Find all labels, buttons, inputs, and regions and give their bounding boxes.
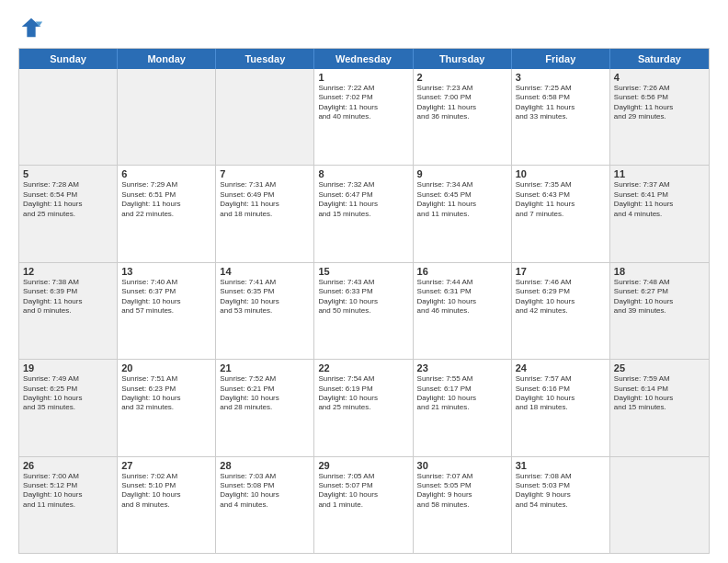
day-number: 2 <box>417 72 507 83</box>
calendar-day-14: 14Sunrise: 7:41 AM Sunset: 6:35 PM Dayli… <box>216 263 314 359</box>
day-info: Sunrise: 7:34 AM Sunset: 6:45 PM Dayligh… <box>417 180 507 219</box>
calendar-day-6: 6Sunrise: 7:29 AM Sunset: 6:51 PM Daylig… <box>118 166 216 261</box>
day-info: Sunrise: 7:07 AM Sunset: 5:05 PM Dayligh… <box>417 472 507 511</box>
day-info: Sunrise: 7:48 AM Sunset: 6:27 PM Dayligh… <box>614 278 705 316</box>
calendar-header: SundayMondayTuesdayWednesdayThursdayFrid… <box>19 49 709 69</box>
day-number: 28 <box>220 460 310 471</box>
calendar-day-17: 17Sunrise: 7:46 AM Sunset: 6:29 PM Dayli… <box>512 263 610 359</box>
calendar-row-4: 26Sunrise: 7:00 AM Sunset: 5:12 PM Dayli… <box>19 457 709 553</box>
day-info: Sunrise: 7:41 AM Sunset: 6:35 PM Dayligh… <box>220 278 310 316</box>
weekday-header-saturday: Saturday <box>610 49 709 69</box>
day-number: 29 <box>318 460 408 471</box>
day-info: Sunrise: 7:37 AM Sunset: 6:41 PM Dayligh… <box>614 180 705 219</box>
day-info: Sunrise: 7:03 AM Sunset: 5:08 PM Dayligh… <box>220 472 310 511</box>
day-number: 10 <box>516 168 606 179</box>
day-number: 1 <box>318 72 408 83</box>
calendar-day-1: 1Sunrise: 7:22 AM Sunset: 7:02 PM Daylig… <box>314 69 413 165</box>
day-number: 3 <box>516 72 606 83</box>
day-number: 9 <box>417 168 507 179</box>
day-number: 27 <box>121 460 211 471</box>
day-info: Sunrise: 7:57 AM Sunset: 6:16 PM Dayligh… <box>516 374 606 413</box>
day-info: Sunrise: 7:00 AM Sunset: 5:12 PM Dayligh… <box>23 472 113 511</box>
day-info: Sunrise: 7:38 AM Sunset: 6:39 PM Dayligh… <box>23 278 113 316</box>
calendar-day-10: 10Sunrise: 7:35 AM Sunset: 6:43 PM Dayli… <box>512 166 610 261</box>
calendar-day-15: 15Sunrise: 7:43 AM Sunset: 6:33 PM Dayli… <box>314 263 413 359</box>
calendar-empty-cell <box>216 69 314 165</box>
day-number: 17 <box>516 266 606 277</box>
calendar-day-5: 5Sunrise: 7:28 AM Sunset: 6:54 PM Daylig… <box>19 166 118 261</box>
calendar-empty-cell <box>610 457 709 553</box>
day-info: Sunrise: 7:51 AM Sunset: 6:23 PM Dayligh… <box>121 374 211 413</box>
day-info: Sunrise: 7:35 AM Sunset: 6:43 PM Dayligh… <box>516 180 606 219</box>
day-number: 19 <box>23 362 113 373</box>
day-number: 5 <box>23 168 113 179</box>
day-number: 26 <box>23 460 113 471</box>
calendar-day-27: 27Sunrise: 7:02 AM Sunset: 5:10 PM Dayli… <box>118 457 216 553</box>
day-info: Sunrise: 7:29 AM Sunset: 6:51 PM Dayligh… <box>121 180 211 219</box>
calendar-empty-cell <box>118 69 216 165</box>
day-info: Sunrise: 7:23 AM Sunset: 7:00 PM Dayligh… <box>417 84 507 122</box>
day-info: Sunrise: 7:05 AM Sunset: 5:07 PM Dayligh… <box>318 472 408 511</box>
calendar-day-19: 19Sunrise: 7:49 AM Sunset: 6:25 PM Dayli… <box>19 360 118 455</box>
day-info: Sunrise: 7:08 AM Sunset: 5:03 PM Dayligh… <box>516 472 606 511</box>
day-info: Sunrise: 7:26 AM Sunset: 6:56 PM Dayligh… <box>614 84 705 122</box>
day-number: 22 <box>318 362 408 373</box>
page: SundayMondayTuesdayWednesdayThursdayFrid… <box>0 0 728 563</box>
calendar-day-28: 28Sunrise: 7:03 AM Sunset: 5:08 PM Dayli… <box>216 457 314 553</box>
day-number: 30 <box>417 460 507 471</box>
day-number: 14 <box>220 266 310 277</box>
calendar-day-31: 31Sunrise: 7:08 AM Sunset: 5:03 PM Dayli… <box>512 457 610 553</box>
weekday-header-tuesday: Tuesday <box>216 49 314 69</box>
day-info: Sunrise: 7:25 AM Sunset: 6:58 PM Dayligh… <box>516 84 606 122</box>
calendar-day-11: 11Sunrise: 7:37 AM Sunset: 6:41 PM Dayli… <box>610 166 709 261</box>
day-info: Sunrise: 7:54 AM Sunset: 6:19 PM Dayligh… <box>318 374 408 413</box>
day-info: Sunrise: 7:43 AM Sunset: 6:33 PM Dayligh… <box>318 278 408 316</box>
calendar-row-1: 5Sunrise: 7:28 AM Sunset: 6:54 PM Daylig… <box>19 166 709 262</box>
day-number: 20 <box>121 362 211 373</box>
day-number: 18 <box>614 266 705 277</box>
calendar-day-2: 2Sunrise: 7:23 AM Sunset: 7:00 PM Daylig… <box>414 69 512 165</box>
calendar-day-23: 23Sunrise: 7:55 AM Sunset: 6:17 PM Dayli… <box>414 360 512 455</box>
day-number: 13 <box>121 266 211 277</box>
day-number: 23 <box>417 362 507 373</box>
day-info: Sunrise: 7:22 AM Sunset: 7:02 PM Dayligh… <box>318 84 408 122</box>
day-info: Sunrise: 7:49 AM Sunset: 6:25 PM Dayligh… <box>23 374 113 413</box>
calendar-day-16: 16Sunrise: 7:44 AM Sunset: 6:31 PM Dayli… <box>414 263 512 359</box>
weekday-header-monday: Monday <box>118 49 216 69</box>
calendar-day-4: 4Sunrise: 7:26 AM Sunset: 6:56 PM Daylig… <box>610 69 709 165</box>
logo-icon <box>18 15 44 40</box>
calendar-row-3: 19Sunrise: 7:49 AM Sunset: 6:25 PM Dayli… <box>19 360 709 456</box>
day-info: Sunrise: 7:52 AM Sunset: 6:21 PM Dayligh… <box>220 374 310 413</box>
calendar-day-12: 12Sunrise: 7:38 AM Sunset: 6:39 PM Dayli… <box>19 263 118 359</box>
day-number: 25 <box>614 362 705 373</box>
day-info: Sunrise: 7:55 AM Sunset: 6:17 PM Dayligh… <box>417 374 507 413</box>
day-info: Sunrise: 7:44 AM Sunset: 6:31 PM Dayligh… <box>417 278 507 316</box>
calendar-day-7: 7Sunrise: 7:31 AM Sunset: 6:49 PM Daylig… <box>216 166 314 261</box>
weekday-header-wednesday: Wednesday <box>314 49 413 69</box>
day-number: 7 <box>220 168 310 179</box>
calendar-row-2: 12Sunrise: 7:38 AM Sunset: 6:39 PM Dayli… <box>19 263 709 360</box>
weekday-header-sunday: Sunday <box>19 49 118 69</box>
logo <box>18 15 48 40</box>
day-number: 11 <box>614 168 705 179</box>
calendar: SundayMondayTuesdayWednesdayThursdayFrid… <box>18 48 710 554</box>
calendar-empty-cell <box>19 69 118 165</box>
weekday-header-thursday: Thursday <box>414 49 512 69</box>
weekday-header-friday: Friday <box>512 49 610 69</box>
day-info: Sunrise: 7:02 AM Sunset: 5:10 PM Dayligh… <box>121 472 211 511</box>
day-info: Sunrise: 7:28 AM Sunset: 6:54 PM Dayligh… <box>23 180 113 219</box>
day-number: 4 <box>614 72 705 83</box>
day-number: 12 <box>23 266 113 277</box>
header <box>18 15 710 40</box>
day-info: Sunrise: 7:46 AM Sunset: 6:29 PM Dayligh… <box>516 278 606 316</box>
day-number: 16 <box>417 266 507 277</box>
calendar-day-9: 9Sunrise: 7:34 AM Sunset: 6:45 PM Daylig… <box>414 166 512 261</box>
calendar-day-18: 18Sunrise: 7:48 AM Sunset: 6:27 PM Dayli… <box>610 263 709 359</box>
calendar-day-29: 29Sunrise: 7:05 AM Sunset: 5:07 PM Dayli… <box>314 457 413 553</box>
day-number: 21 <box>220 362 310 373</box>
day-number: 6 <box>121 168 211 179</box>
calendar-day-22: 22Sunrise: 7:54 AM Sunset: 6:19 PM Dayli… <box>314 360 413 455</box>
calendar-body: 1Sunrise: 7:22 AM Sunset: 7:02 PM Daylig… <box>19 69 709 553</box>
calendar-day-30: 30Sunrise: 7:07 AM Sunset: 5:05 PM Dayli… <box>414 457 512 553</box>
day-info: Sunrise: 7:32 AM Sunset: 6:47 PM Dayligh… <box>318 180 408 219</box>
